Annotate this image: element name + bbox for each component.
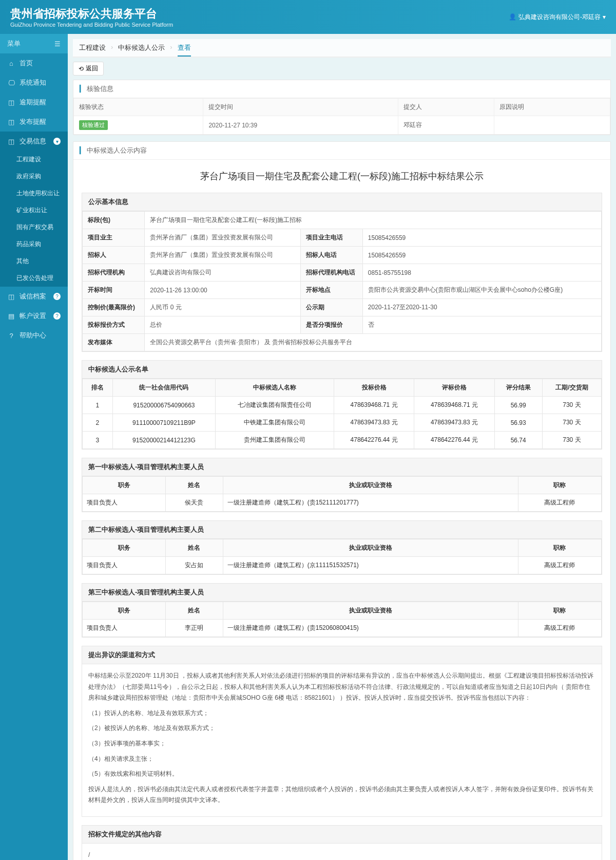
sidebar-item[interactable]: ⌂首页 (0, 53, 68, 73)
table-row: 核验通过 2020-11-27 10:39 邓廷容 (74, 116, 610, 135)
table-row: 招标代理机构弘典建设咨询有限公司招标代理机构电话0851-85755198 (83, 264, 602, 282)
back-icon: ⟲ (79, 65, 84, 72)
sidebar-item[interactable]: 🖵系统通知 (0, 73, 68, 92)
menu-icon: ◫ (7, 293, 15, 301)
table-row: 投标报价方式总价是否分项报价否 (83, 316, 602, 334)
personnel-section: 第三中标候选人-项目管理机构主要人员职务姓名执业或职业资格职称项目负责人李正明一… (82, 583, 602, 638)
candidate-list-section: 中标候选人公示名单 排名统一社会信用代码中标候选人名称投标价格评标价格评分结果工… (82, 360, 602, 450)
panel-title: 中标候选人公示内容 (73, 142, 610, 160)
menu-icon: ◫ (7, 99, 15, 106)
app-header: 贵州省招标投标公共服务平台 GuiZhou Province Tendering… (0, 0, 616, 34)
status-badge: 核验通过 (79, 120, 108, 130)
table-row: 标段(包)茅台广场项目一期住宅及配套公建工程(一标段)施工招标 (83, 212, 602, 229)
personnel-section: 第一中标候选人-项目管理机构主要人员职务姓名执业或职业资格职称项目负责人侯天贵一… (82, 458, 602, 512)
table-row: 项目负责人侯天贵一级注册建造师（建筑工程）(贵152111201777)高级工程… (83, 494, 602, 512)
table-row: 1915200006754090663七冶建设集团有限责任公司478639468… (83, 397, 602, 414)
chevron-down-icon: ▾ (603, 13, 606, 21)
menu-icon: ? (7, 332, 15, 340)
sidebar-subitem[interactable]: 工程建设 (0, 151, 68, 168)
sidebar-item[interactable]: ◫诚信档案? (0, 287, 68, 306)
sidebar-subitem[interactable]: 政府采购 (0, 168, 68, 185)
table-row: 2911100007109211B9P中铁建工集团有限公司478639473.8… (83, 414, 602, 432)
table-row: 项目负责人李正明一级注册建造师（建筑工程）(贵152060800415)高级工程… (83, 620, 602, 637)
table-row: 391520000214412123G贵州建工集团有限公司478642276.4… (83, 432, 602, 449)
menu-icon: 🖵 (7, 79, 15, 87)
breadcrumb-item[interactable]: 中标候选人公示 (118, 43, 165, 52)
breadcrumb: 工程建设 › 中标候选人公示 › 查看 (73, 39, 611, 58)
sidebar-item[interactable]: ?帮助中心 (0, 326, 68, 345)
app-title: 贵州省招标投标公共服务平台 (10, 6, 173, 22)
sidebar-subitem[interactable]: 药品采购 (0, 236, 68, 253)
menu-toggle-icon[interactable]: ☰ (54, 40, 61, 48)
sidebar-subitem[interactable]: 其他 (0, 253, 68, 270)
basic-info-section: 公示基本信息 标段(包)茅台广场项目一期住宅及配套公建工程(一标段)施工招标项目… (82, 193, 602, 352)
other-section: 招标文件规定的其他内容/ (82, 825, 602, 860)
help-icon: ? (53, 293, 61, 300)
table-row: 项目负责人安占如一级注册建造师（建筑工程）(京111151532571)高级工程… (83, 557, 602, 574)
menu-icon: ▤ (7, 312, 15, 320)
personnel-section: 第二中标候选人-项目管理机构主要人员职务姓名执业或职业资格职称项目负责人安占如一… (82, 520, 602, 575)
notice-title: 茅台广场项目一期住宅及配套公建工程(一标段)施工招标中标结果公示 (73, 160, 610, 193)
sidebar-item[interactable]: ◫逾期提醒 (0, 92, 68, 112)
sidebar-subitem[interactable]: 已发公告处理 (0, 270, 68, 287)
app-subtitle: GuiZhou Province Tendering and Bidding P… (10, 22, 173, 28)
menu-icon: ◫ (7, 118, 15, 126)
sidebar: 菜单 ☰ ⌂首页🖵系统通知◫逾期提醒◫发布提醒◫交易信息▾ 工程建设政府采购土地… (0, 34, 68, 860)
table-row: 项目业主贵州茅台酒厂（集团）置业投资发展有限公司项目业主电话1508542655… (83, 229, 602, 247)
help-icon: ? (53, 312, 61, 320)
table-row: 发布媒体全国公共资源交易平台（贵州省·贵阳市） 及 贵州省招标投标公共服务平台 (83, 334, 602, 351)
menu-icon: ⌂ (7, 60, 15, 67)
breadcrumb-item: 查看 (178, 43, 191, 57)
sidebar-subitem[interactable]: 国有产权交易 (0, 219, 68, 236)
sidebar-item[interactable]: ◫交易信息▾ (0, 132, 68, 151)
sidebar-subitem[interactable]: 矿业权出让 (0, 202, 68, 219)
check-table: 核验状态 提交时间 提交人 原因说明 核验通过 2020-11-27 10:39… (73, 98, 610, 135)
main-content: 工程建设 › 中标候选人公示 › 查看 ⟲ 返回 核验信息 核验状态 提交时间 … (68, 34, 616, 860)
back-button[interactable]: ⟲ 返回 (73, 62, 104, 76)
content-panel: 中标候选人公示内容 茅台广场项目一期住宅及配套公建工程(一标段)施工招标中标结果… (73, 141, 611, 860)
sidebar-item[interactable]: ▤帐户设置? (0, 306, 68, 326)
breadcrumb-item[interactable]: 工程建设 (79, 43, 106, 52)
panel-title: 核验信息 (73, 80, 610, 98)
user-icon: 👤 (509, 13, 516, 21)
table-row: 开标时间2020-11-26 13:00:00开标地点贵阳市公共资源交易中心(贵… (83, 282, 602, 299)
table-row: 控制价(最高限价)人民币 0 元公示期2020-11-27至2020-11-30 (83, 299, 602, 316)
sidebar-subitem[interactable]: 土地使用权出让 (0, 185, 68, 202)
menu-icon: ◫ (7, 138, 15, 145)
expand-icon: ▾ (53, 138, 61, 145)
objection-section: 提出异议的渠道和方式 中标结果公示至2020年 11月30日 ，投标人或者其他利… (82, 646, 602, 817)
table-row: 招标人贵州茅台酒厂（集团）置业投资发展有限公司招标人电话15085426559 (83, 247, 602, 264)
sidebar-item[interactable]: ◫发布提醒 (0, 112, 68, 132)
menu-header: 菜单 ☰ (0, 34, 68, 53)
check-info-panel: 核验信息 核验状态 提交时间 提交人 原因说明 核验通过 2020-11-27 … (73, 80, 611, 135)
user-menu[interactable]: 👤 弘典建设咨询有限公司-邓廷容 ▾ (509, 13, 606, 22)
